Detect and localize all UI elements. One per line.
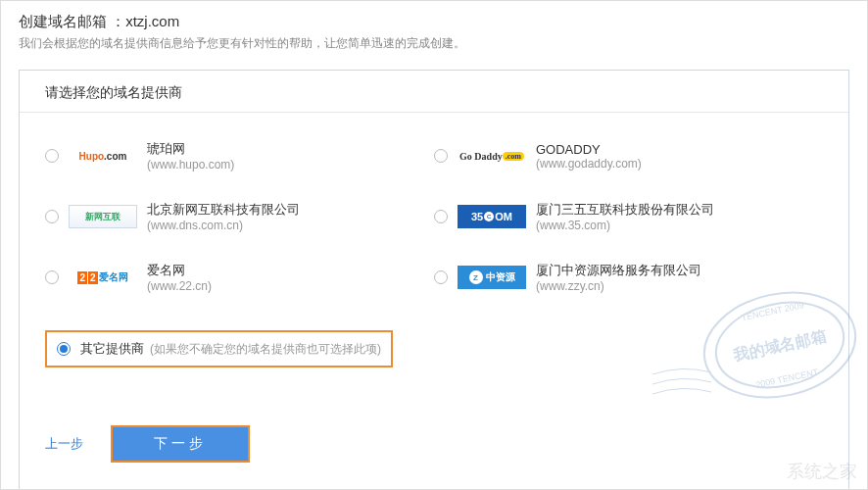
radio-icon[interactable] bbox=[434, 270, 448, 284]
provider-url: (www.22.cn) bbox=[147, 279, 212, 293]
22-logo: 22爱名网 bbox=[69, 266, 137, 289]
provider-url: (www.hupo.com) bbox=[147, 158, 234, 172]
next-button[interactable]: 下一步 bbox=[111, 425, 250, 463]
provider-url: (www.35.com) bbox=[536, 219, 714, 232]
provider-url: (www.godaddy.com) bbox=[536, 157, 642, 171]
actions: 上一步 下一步 bbox=[45, 425, 250, 463]
radio-icon[interactable] bbox=[45, 210, 59, 223]
provider-url: (www.dns.com.cn) bbox=[147, 219, 300, 232]
godaddy-logo: Go Daddy.com bbox=[458, 144, 526, 168]
prev-button[interactable]: 上一步 bbox=[45, 435, 83, 453]
provider-name: GODADDY bbox=[536, 142, 642, 157]
provider-name: 厦门中资源网络服务有限公司 bbox=[536, 262, 701, 279]
provider-panel: 请选择您的域名提供商 Hupo.com 琥珀网 (www.hupo.com) 新… bbox=[19, 70, 849, 490]
provider-22[interactable]: 22爱名网 爱名网 (www.22.cn) bbox=[45, 260, 434, 295]
provider-url: (www.zzy.cn) bbox=[536, 279, 701, 293]
radio-icon[interactable] bbox=[45, 149, 59, 163]
provider-name: 厦门三五互联科技股份有限公司 bbox=[536, 201, 714, 219]
hupo-logo: Hupo.com bbox=[69, 144, 137, 168]
provider-col-left: Hupo.com 琥珀网 (www.hupo.com) 新网互联 北京新网互联科… bbox=[45, 138, 434, 320]
svg-text:我的域名邮箱: 我的域名邮箱 bbox=[731, 327, 827, 364]
provider-zzy[interactable]: Z中资源 厦门中资源网络服务有限公司 (www.zzy.cn) bbox=[434, 260, 823, 295]
radio-icon[interactable] bbox=[434, 210, 448, 223]
provider-name: 北京新网互联科技有限公司 bbox=[147, 201, 300, 219]
provider-info: GODADDY (www.godaddy.com) bbox=[536, 142, 642, 171]
provider-info: 厦门三五互联科技股份有限公司 (www.35.com) bbox=[536, 201, 714, 232]
zzy-logo: Z中资源 bbox=[458, 266, 526, 289]
provider-35[interactable]: 35COM 厦门三五互联科技股份有限公司 (www.35.com) bbox=[434, 199, 823, 234]
provider-col-right: Go Daddy.com GODADDY (www.godaddy.com) 3… bbox=[434, 138, 823, 320]
radio-icon[interactable] bbox=[434, 149, 448, 163]
radio-icon[interactable] bbox=[45, 270, 59, 284]
provider-name: 爱名网 bbox=[147, 262, 212, 279]
provider-godaddy[interactable]: Go Daddy.com GODADDY (www.godaddy.com) bbox=[434, 138, 823, 173]
provider-info: 厦门中资源网络服务有限公司 (www.zzy.cn) bbox=[536, 262, 701, 293]
page-title: 创建域名邮箱 ：xtzj.com bbox=[19, 13, 849, 31]
watermark: 系统之家 bbox=[787, 460, 857, 483]
dns-logo: 新网互联 bbox=[69, 205, 137, 228]
panel-title: 请选择您的域名提供商 bbox=[20, 71, 848, 113]
provider-list: Hupo.com 琥珀网 (www.hupo.com) 新网互联 北京新网互联科… bbox=[20, 113, 848, 330]
other-hint: (如果您不确定您的域名提供商也可选择此项) bbox=[150, 341, 381, 358]
provider-dns[interactable]: 新网互联 北京新网互联科技有限公司 (www.dns.com.cn) bbox=[45, 199, 434, 234]
svg-text:2009 TENCENT: 2009 TENCENT bbox=[755, 367, 820, 389]
35-logo: 35COM bbox=[458, 205, 526, 228]
provider-name: 琥珀网 bbox=[147, 140, 234, 158]
provider-hupo[interactable]: Hupo.com 琥珀网 (www.hupo.com) bbox=[45, 138, 434, 173]
page-subtitle: 我们会根据您的域名提供商信息给予您更有针对性的帮助，让您简单迅速的完成创建。 bbox=[19, 35, 849, 52]
radio-icon[interactable] bbox=[57, 342, 71, 356]
header: 创建域名邮箱 ：xtzj.com 我们会根据您的域名提供商信息给予您更有针对性的… bbox=[1, 1, 867, 60]
provider-info: 北京新网互联科技有限公司 (www.dns.com.cn) bbox=[147, 201, 300, 232]
provider-other[interactable]: 其它提供商 (如果您不确定您的域名提供商也可选择此项) bbox=[45, 330, 393, 368]
provider-info: 爱名网 (www.22.cn) bbox=[147, 262, 212, 293]
other-label: 其它提供商 bbox=[80, 340, 144, 358]
provider-info: 琥珀网 (www.hupo.com) bbox=[147, 140, 234, 172]
